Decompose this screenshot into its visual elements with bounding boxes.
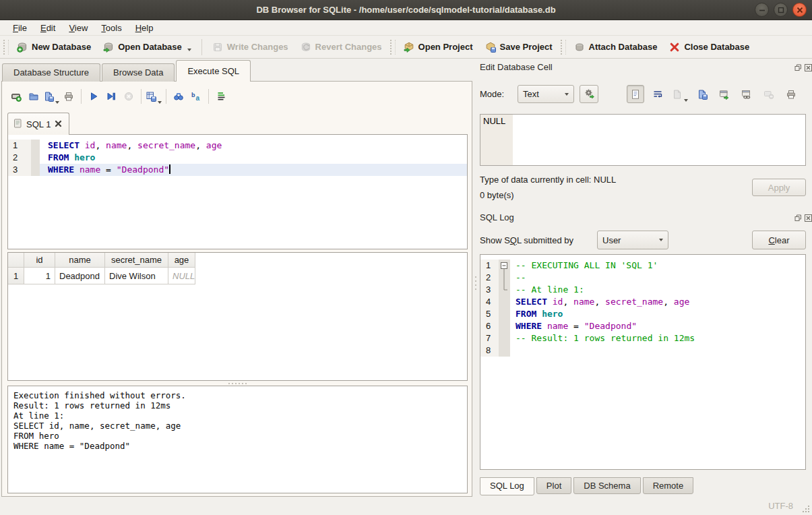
toolbar-grip[interactable] bbox=[390, 40, 396, 55]
tab-plot[interactable]: Plot bbox=[536, 477, 571, 494]
file-save-icon bbox=[43, 91, 54, 102]
toolbar-grip[interactable] bbox=[3, 40, 9, 55]
execution-message-panel[interactable]: Execution finished without errors.Result… bbox=[7, 386, 468, 493]
tab-remote[interactable]: Remote bbox=[643, 477, 694, 494]
close-database-button[interactable]: Close Database bbox=[663, 38, 755, 56]
open-database-button[interactable]: Open Database bbox=[97, 38, 197, 56]
menu-edit[interactable]: Edit bbox=[34, 22, 61, 34]
sql-editor[interactable]: 1SELECT id, name, secret_name, age2FROM … bbox=[7, 134, 468, 249]
word-wrap-button[interactable] bbox=[649, 85, 666, 103]
maximize-button[interactable] bbox=[774, 3, 788, 17]
save-sql-file-button[interactable] bbox=[42, 88, 60, 105]
clear-log-button[interactable]: Clear bbox=[752, 231, 806, 249]
menu-view[interactable]: View bbox=[63, 22, 94, 34]
log-filter-combobox[interactable]: User bbox=[597, 231, 668, 249]
titlebar[interactable]: DB Browser for SQLite - /home/user/code/… bbox=[0, 0, 812, 20]
fold-margin[interactable] bbox=[499, 284, 510, 296]
apply-button[interactable]: Apply bbox=[752, 179, 806, 196]
write-changes-button[interactable]: Write Changes bbox=[206, 38, 294, 56]
close-button[interactable] bbox=[792, 3, 807, 17]
toolbar-grip[interactable] bbox=[561, 40, 566, 55]
fold-margin[interactable] bbox=[31, 164, 40, 176]
panel-splitter[interactable] bbox=[473, 270, 478, 297]
fold-margin[interactable] bbox=[31, 140, 40, 152]
close-tab-icon[interactable] bbox=[55, 119, 62, 129]
tab-database-structure[interactable]: Database Structure bbox=[2, 63, 100, 82]
float-panel-icon[interactable] bbox=[794, 63, 802, 71]
menu-tools[interactable]: Tools bbox=[95, 22, 127, 34]
text-cursor bbox=[169, 164, 170, 174]
execute-sql-page: ba SQL 1 1SELECT id, name, secret_name, … bbox=[1, 81, 472, 497]
set-null-button[interactable] bbox=[760, 85, 778, 103]
revert-changes-button[interactable]: Revert Changes bbox=[294, 38, 388, 56]
fold-margin[interactable] bbox=[499, 260, 510, 272]
save-results-view-button[interactable] bbox=[145, 88, 162, 105]
encoding-status: UTF-8 bbox=[768, 501, 793, 511]
new-database-button[interactable]: New Database bbox=[11, 38, 97, 56]
tab-browse-data[interactable]: Browse Data bbox=[102, 63, 175, 82]
resize-grip[interactable] bbox=[802, 505, 810, 513]
tab-sql-log[interactable]: SQL Log bbox=[480, 477, 534, 495]
fold-margin[interactable] bbox=[499, 320, 510, 332]
execute-current-line-button[interactable] bbox=[102, 88, 120, 105]
format-sql-button[interactable] bbox=[212, 88, 230, 105]
line-number: 2 bbox=[8, 152, 31, 164]
menu-help[interactable]: Help bbox=[129, 22, 160, 34]
column-header-name[interactable]: name bbox=[55, 253, 105, 268]
sql-file-tab[interactable]: SQL 1 bbox=[7, 113, 69, 135]
auto-detect-format-button[interactable] bbox=[580, 85, 598, 103]
sql-token: hero bbox=[542, 309, 563, 319]
code-line: 1SELECT id, name, secret_name, age bbox=[8, 140, 467, 152]
column-header-secret_name[interactable]: secret_name bbox=[105, 253, 168, 268]
play-icon bbox=[88, 91, 99, 102]
print-sql-button[interactable] bbox=[60, 88, 77, 105]
table-cell[interactable]: NULL bbox=[168, 268, 195, 284]
open-project-button[interactable]: Open Project bbox=[398, 38, 479, 56]
table-cell[interactable]: 1 bbox=[24, 268, 55, 284]
column-header-age[interactable]: age bbox=[168, 253, 195, 268]
new-sql-tab-button[interactable] bbox=[7, 88, 25, 105]
float-panel-icon[interactable] bbox=[794, 214, 802, 222]
stop-execution-button[interactable] bbox=[120, 88, 137, 105]
attach-database-button[interactable]: Attach Database bbox=[568, 38, 664, 56]
fold-margin[interactable] bbox=[499, 332, 510, 344]
row-number-cell[interactable]: 1 bbox=[8, 268, 24, 284]
table-cell[interactable]: Dive Wilson bbox=[105, 268, 168, 284]
line-number: 8 bbox=[480, 344, 499, 357]
minimize-button[interactable] bbox=[755, 3, 769, 17]
menu-file[interactable]: File bbox=[7, 22, 33, 34]
column-header-id[interactable]: id bbox=[24, 253, 55, 268]
text-mode-button[interactable] bbox=[627, 85, 644, 103]
close-panel-icon[interactable] bbox=[804, 214, 812, 222]
fold-margin[interactable] bbox=[499, 344, 510, 357]
save-project-button[interactable]: Save Project bbox=[479, 38, 559, 56]
table-cell[interactable]: Deadpond bbox=[55, 268, 105, 284]
code-text: SELECT id, name, secret_name, age bbox=[510, 296, 805, 308]
copy-link-button[interactable] bbox=[738, 85, 755, 103]
fold-margin[interactable] bbox=[31, 152, 40, 164]
row-number-header[interactable] bbox=[8, 253, 24, 268]
open-external-button[interactable] bbox=[716, 85, 733, 103]
fold-margin[interactable] bbox=[499, 296, 510, 308]
results-grid[interactable]: idnamesecret_nameage11DeadpondDive Wilso… bbox=[7, 252, 468, 381]
fold-margin[interactable] bbox=[499, 308, 510, 320]
execute-all-button[interactable] bbox=[85, 88, 102, 105]
mode-combobox[interactable]: Text bbox=[518, 85, 574, 103]
print-cell-button[interactable] bbox=[782, 85, 800, 103]
cell-editor-toolbar bbox=[627, 85, 800, 103]
chevron-down-icon bbox=[684, 99, 688, 102]
tab-execute-sql[interactable]: Execute SQL bbox=[176, 60, 251, 82]
cell-value-editor[interactable]: NULL bbox=[480, 114, 806, 166]
line-number: 7 bbox=[480, 332, 499, 344]
sql-log-view[interactable]: 1-- EXECUTING ALL IN 'SQL 1'2--3-- At li… bbox=[480, 254, 806, 470]
open-sql-file-button[interactable] bbox=[25, 88, 42, 105]
export-data-button[interactable] bbox=[693, 85, 711, 103]
line-number: 3 bbox=[480, 284, 499, 296]
code-text: SELECT id, name, secret_name, age bbox=[40, 140, 467, 152]
find-button[interactable] bbox=[170, 88, 187, 105]
import-data-button[interactable] bbox=[671, 85, 689, 103]
fold-margin[interactable] bbox=[499, 272, 510, 284]
close-panel-icon[interactable] bbox=[804, 63, 812, 71]
find-replace-button[interactable]: ba bbox=[187, 88, 205, 105]
tab-db-schema[interactable]: DB Schema bbox=[573, 477, 640, 494]
